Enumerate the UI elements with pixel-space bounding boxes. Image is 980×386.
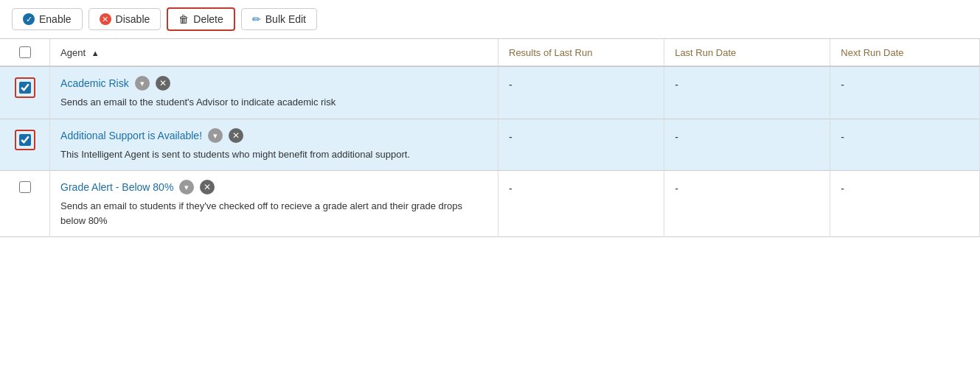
agent-controls: Grade Alert - Below 80% ▾ ✕ — [60, 180, 487, 194]
last-run-column-header: Last Run Date — [664, 39, 830, 66]
results-cell: - — [498, 66, 664, 119]
check-icon: ✓ — [23, 13, 35, 25]
results-col-label: Results of Last Run — [509, 47, 592, 58]
last-run-cell: - — [664, 171, 830, 237]
row-checkbox[interactable] — [19, 82, 31, 94]
next-run-cell: - — [830, 119, 980, 171]
row-checkbox[interactable] — [19, 134, 31, 146]
agent-name[interactable]: Academic Risk — [60, 77, 129, 89]
agents-table: Agent ▲ Results of Last Run Last Run Dat… — [0, 39, 980, 237]
agent-description: Sends an email to students if they've ch… — [60, 199, 487, 228]
close-circle-icon[interactable]: ✕ — [229, 128, 243, 143]
last-run-cell: - — [664, 119, 830, 171]
bulk-edit-label: Bulk Edit — [265, 13, 306, 25]
agent-cell: Grade Alert - Below 80% ▾ ✕ Sends an ema… — [50, 171, 498, 237]
chevron-down-icon[interactable]: ▾ — [179, 180, 194, 194]
table-row: Grade Alert - Below 80% ▾ ✕ Sends an ema… — [0, 171, 980, 237]
delete-button[interactable]: 🗑 Delete — [167, 7, 234, 31]
enable-button[interactable]: ✓ Enable — [12, 8, 83, 30]
last-run-col-label: Last Run Date — [675, 47, 736, 58]
next-run-col-label: Next Run Date — [841, 47, 903, 58]
next-run-cell: - — [830, 171, 980, 237]
row-checkbox-cell — [0, 66, 50, 119]
agent-cell: Academic Risk ▾ ✕ Sends an email to the … — [50, 66, 498, 119]
row-checkbox-cell — [0, 171, 50, 237]
trash-icon: 🗑 — [178, 13, 189, 25]
last-run-cell: - — [664, 66, 830, 119]
agent-name[interactable]: Grade Alert - Below 80% — [60, 181, 173, 193]
delete-label: Delete — [193, 13, 223, 25]
results-column-header: Results of Last Run — [498, 39, 664, 66]
agent-description: Sends an email to the student's Advisor … — [60, 95, 487, 110]
table-row: Academic Risk ▾ ✕ Sends an email to the … — [0, 66, 980, 119]
enable-label: Enable — [39, 13, 72, 25]
disable-label: Disable — [116, 13, 150, 25]
agent-name[interactable]: Additional Support is Available! — [60, 130, 202, 141]
agent-column-header: Agent ▲ — [50, 39, 498, 66]
agent-cell: Additional Support is Available! ▾ ✕ Thi… — [50, 119, 498, 171]
next-run-column-header: Next Run Date — [830, 39, 980, 66]
selected-checkbox-wrapper — [15, 77, 35, 98]
checkbox-wrapper — [10, 181, 39, 193]
agent-col-label: Agent — [60, 47, 86, 58]
x-icon: ✕ — [100, 13, 111, 25]
toolbar: ✓ Enable ✕ Disable 🗑 Delete ✏ Bulk Edit — [0, 0, 980, 39]
chevron-down-icon[interactable]: ▾ — [135, 76, 150, 91]
select-all-header — [0, 39, 50, 66]
chevron-down-icon[interactable]: ▾ — [208, 128, 223, 143]
row-checkbox[interactable] — [19, 181, 31, 193]
agent-description: This Intelligent Agent is sent to studen… — [60, 147, 487, 162]
select-all-checkbox[interactable] — [19, 46, 31, 58]
results-cell: - — [498, 119, 664, 171]
disable-button[interactable]: ✕ Disable — [88, 8, 161, 30]
next-run-cell: - — [830, 66, 980, 119]
table-row: Additional Support is Available! ▾ ✕ Thi… — [0, 119, 980, 171]
row-checkbox-cell — [0, 119, 50, 171]
selected-checkbox-wrapper — [15, 130, 35, 150]
sort-arrow-icon[interactable]: ▲ — [91, 49, 100, 57]
bulk-edit-button[interactable]: ✏ Bulk Edit — [241, 8, 317, 30]
results-cell: - — [498, 171, 664, 237]
edit-icon: ✏ — [252, 13, 261, 25]
agent-controls: Academic Risk ▾ ✕ — [60, 76, 487, 91]
close-circle-icon[interactable]: ✕ — [200, 180, 215, 194]
close-circle-icon[interactable]: ✕ — [156, 76, 170, 91]
agent-controls: Additional Support is Available! ▾ ✕ — [60, 128, 487, 143]
